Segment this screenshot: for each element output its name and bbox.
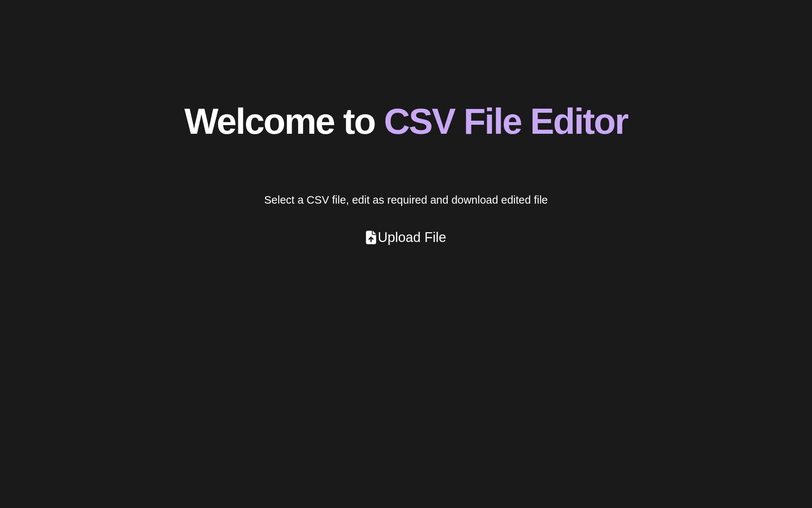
file-upload-icon bbox=[366, 231, 376, 244]
page-title: Welcome to CSV File Editor bbox=[184, 101, 627, 141]
heading-accent: CSV File Editor bbox=[384, 101, 627, 141]
subtitle: Select a CSV file, edit as required and … bbox=[264, 194, 548, 206]
upload-file-label: Upload File bbox=[378, 230, 446, 245]
upload-file-button[interactable]: Upload File bbox=[366, 230, 446, 245]
heading-prefix: Welcome to bbox=[184, 101, 384, 141]
